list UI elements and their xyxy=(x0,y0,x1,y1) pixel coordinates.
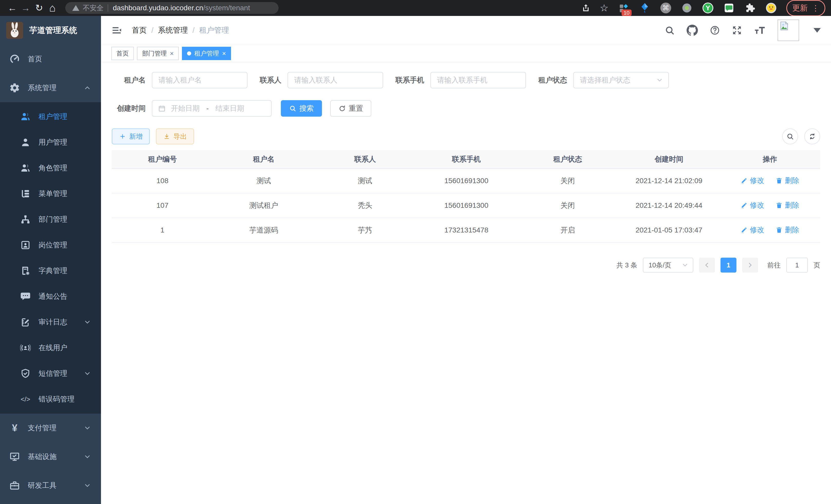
header-search-icon[interactable] xyxy=(664,25,675,35)
user-avatar[interactable] xyxy=(778,20,799,41)
page-number-1[interactable]: 1 xyxy=(720,258,737,272)
bookmark-star-icon[interactable]: ☆ xyxy=(600,2,608,13)
browser-home-icon[interactable]: ⌂ xyxy=(46,2,59,14)
sidebar-item-notice[interactable]: 通知公告 xyxy=(0,284,101,309)
tenant-name-input[interactable] xyxy=(152,72,248,88)
cell-created: 2021-12-14 20:49:44 xyxy=(618,193,719,218)
share-icon[interactable] xyxy=(581,3,591,12)
sidebar-item-infrastructure[interactable]: 基础设施 xyxy=(0,442,101,471)
col-header-mobile: 联系手机 xyxy=(416,150,517,169)
sidebar-item-dict[interactable]: 字典管理 xyxy=(0,258,101,284)
browser-back-icon[interactable]: ← xyxy=(6,3,19,13)
font-size-icon[interactable] xyxy=(754,24,766,36)
fullscreen-icon[interactable] xyxy=(732,25,742,35)
edit-link[interactable]: 修改 xyxy=(741,200,764,210)
delete-link[interactable]: 删除 xyxy=(775,176,799,185)
breadcrumb-system[interactable]: 系统管理 xyxy=(158,25,188,35)
dashboard-icon xyxy=(9,54,20,64)
edit-link-label: 修改 xyxy=(750,225,764,235)
cell-mobile: 15601691300 xyxy=(416,169,517,193)
github-icon[interactable] xyxy=(687,25,698,36)
avatar-dropdown-caret-icon[interactable] xyxy=(813,28,821,33)
search-icon xyxy=(786,132,794,140)
sidebar-item-error-code[interactable]: </> 错误码管理 xyxy=(0,386,101,412)
reset-button-label: 重置 xyxy=(349,103,363,113)
cell-created: 2021-12-14 21:02:09 xyxy=(618,169,719,193)
sidebar-item-user[interactable]: 用户管理 xyxy=(0,129,101,155)
browser-update-button[interactable]: 更新 ⋮ xyxy=(786,0,825,16)
close-icon[interactable]: × xyxy=(170,50,174,57)
sidebar-item-label: 研发工具 xyxy=(28,481,57,491)
extension-command-icon[interactable]: ⌘ xyxy=(660,2,672,14)
goto-page-input[interactable] xyxy=(786,258,808,272)
sidebar-toggle-icon[interactable] xyxy=(111,25,122,36)
sidebar-item-sms[interactable]: 短信管理 xyxy=(0,361,101,386)
reset-button[interactable]: 重置 xyxy=(330,100,371,117)
help-icon[interactable] xyxy=(710,25,720,35)
sidebar-item-audit-log[interactable]: 审计日志 xyxy=(0,309,101,335)
refresh-table-button[interactable] xyxy=(804,128,820,144)
page-size-value: 10条/页 xyxy=(649,261,671,270)
payment-yen-icon: ¥ xyxy=(9,422,20,434)
export-button[interactable]: 导出 xyxy=(156,128,194,144)
edit-link-label: 修改 xyxy=(750,200,764,210)
edit-link[interactable]: 修改 xyxy=(741,176,764,185)
sidebar-item-tenant[interactable]: 租户管理 xyxy=(0,104,101,129)
show-search-toggle-button[interactable] xyxy=(782,128,798,144)
table-row: 107 测试租户 秃头 15601691300 关闭 2021-12-14 20… xyxy=(112,193,820,218)
sidebar-item-dept[interactable]: 部门管理 xyxy=(0,207,101,232)
tab-tenant[interactable]: 租户管理 × xyxy=(182,47,231,60)
extensions-puzzle-icon[interactable] xyxy=(744,2,756,14)
col-header-contact: 联系人 xyxy=(315,150,416,169)
col-header-tenant-id: 租户编号 xyxy=(112,150,213,169)
filter-label-tenant-name: 租户名 xyxy=(112,75,146,85)
sidebar-item-label: 菜单管理 xyxy=(38,189,67,199)
sidebar-item-payment[interactable]: ¥ 支付管理 xyxy=(0,414,101,442)
extension-dot-icon[interactable] xyxy=(681,2,693,14)
close-icon[interactable]: × xyxy=(222,50,226,57)
app-logo-row[interactable]: 芋道管理系统 xyxy=(0,16,101,45)
tab-home[interactable]: 首页 xyxy=(111,47,134,60)
search-icon xyxy=(289,105,296,112)
tenant-status-select[interactable]: 请选择租户状态 xyxy=(573,72,669,88)
chevron-down-icon xyxy=(682,262,689,269)
sidebar-item-role[interactable]: 角色管理 xyxy=(0,155,101,181)
page-size-select[interactable]: 10条/页 xyxy=(643,258,693,272)
sidebar-item-label: 短信管理 xyxy=(38,368,67,378)
prev-page-button[interactable] xyxy=(699,258,715,272)
extension-kite-icon[interactable] xyxy=(639,2,651,14)
add-button[interactable]: 新增 xyxy=(112,128,150,144)
edit-link[interactable]: 修改 xyxy=(741,225,764,235)
extension-chat-icon[interactable] xyxy=(723,2,735,14)
sidebar-item-system[interactable]: 系统管理 xyxy=(0,73,101,102)
sidebar-item-online-user[interactable]: 在线用户 xyxy=(0,335,101,361)
profile-avatar-icon[interactable] xyxy=(765,2,777,14)
create-time-range-picker[interactable]: 开始日期 - 结束日期 xyxy=(152,100,271,117)
cell-created: 2021-01-05 17:03:47 xyxy=(618,218,719,242)
search-button-label: 搜索 xyxy=(299,103,314,113)
breadcrumb-home[interactable]: 首页 xyxy=(132,25,147,35)
sidebar-item-post[interactable]: 岗位管理 xyxy=(0,232,101,258)
delete-link[interactable]: 删除 xyxy=(775,200,799,210)
tags-view-bar: 首页 部门管理 × 租户管理 × xyxy=(101,45,831,62)
extension-y-icon[interactable]: Y xyxy=(702,2,714,14)
sidebar-item-devtools[interactable]: 研发工具 xyxy=(0,471,101,500)
mobile-input[interactable] xyxy=(430,72,526,88)
download-icon xyxy=(163,133,170,140)
sidebar-item-home[interactable]: 首页 xyxy=(0,45,101,73)
address-bar[interactable]: 不安全 dashboard.yudao.iocoder.cn/system/te… xyxy=(65,2,279,14)
next-page-button[interactable] xyxy=(742,258,758,272)
browser-menu-icon[interactable]: ⋮ xyxy=(812,4,820,12)
delete-link[interactable]: 删除 xyxy=(775,225,799,235)
tab-dept[interactable]: 部门管理 × xyxy=(137,47,179,60)
extension-blocks-icon[interactable]: 10 xyxy=(618,2,630,14)
sidebar-item-label: 错误码管理 xyxy=(38,394,75,404)
breadcrumb-separator: / xyxy=(193,26,195,35)
sidebar-item-menu[interactable]: 菜单管理 xyxy=(0,181,101,207)
search-button[interactable]: 搜索 xyxy=(281,100,322,117)
chevron-up-icon xyxy=(84,84,91,92)
contact-input[interactable] xyxy=(288,72,383,88)
browser-forward-icon[interactable]: → xyxy=(19,3,32,13)
trash-icon xyxy=(775,177,783,184)
browser-reload-icon[interactable]: ↻ xyxy=(32,3,46,13)
